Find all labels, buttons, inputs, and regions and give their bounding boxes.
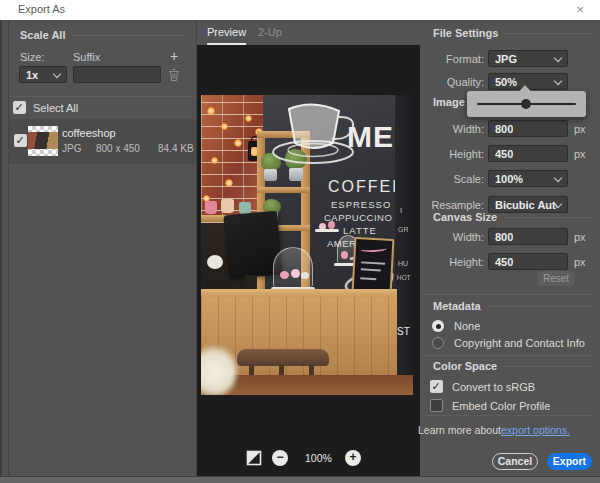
color-space-header: Color Space — [433, 360, 497, 372]
metadata-header: Metadata — [433, 300, 481, 312]
pos-stand — [245, 275, 257, 287]
size-value: 1x — [26, 69, 38, 81]
cake-stand-base — [315, 229, 339, 232]
chalk-item: ESPRESSO — [331, 199, 391, 210]
chevron-down-icon — [554, 174, 562, 182]
canvas-width-value: 800 — [495, 231, 513, 243]
right-separator — [421, 415, 592, 416]
canvas-width-label: Width: — [421, 231, 484, 243]
image-height-input[interactable]: 450 — [488, 145, 568, 162]
quality-value: 50% — [495, 76, 517, 88]
dialog-bottom-edge — [0, 476, 600, 483]
scale-value: 100% — [495, 173, 523, 185]
titlebar: Export As × — [0, 0, 600, 20]
glass-dome — [273, 247, 313, 287]
export-options-link[interactable]: export options. — [501, 424, 570, 436]
preview-image: ME COFFEE ESPRESSO CAPPUCCINO LATTE AMER… — [201, 95, 413, 395]
size-select[interactable]: 1x — [19, 66, 67, 83]
metadata-section-header: Metadata — [433, 300, 592, 312]
image-height-unit: px — [574, 148, 586, 160]
svg-text:HU: HU — [398, 260, 408, 267]
suffix-input[interactable] — [73, 66, 161, 83]
add-scale-icon[interactable]: + — [170, 48, 178, 64]
fit-screen-icon[interactable] — [246, 450, 262, 466]
macaron — [291, 269, 300, 278]
svg-text:HOT: HOT — [397, 274, 411, 281]
convert-srgb-checkbox[interactable] — [430, 380, 443, 393]
macaron — [301, 272, 309, 279]
chalk-big-text: ME — [347, 120, 394, 153]
chevron-down-icon — [53, 70, 61, 78]
size-label: Size: — [20, 51, 44, 63]
quality-slider-popup — [467, 91, 586, 117]
canvas-width-input[interactable]: 800 — [488, 228, 568, 245]
chalk-title: COFFEE — [328, 178, 405, 195]
scale-all-header: Scale All — [20, 29, 65, 41]
file-thumbnail — [28, 126, 58, 156]
format-label: Format: — [421, 53, 484, 65]
file-format: JPG — [62, 143, 81, 154]
format-select[interactable]: JPG — [488, 50, 568, 67]
image-width-value: 800 — [495, 123, 513, 135]
right-separator — [421, 355, 592, 356]
canvas-height-value: 450 — [495, 256, 513, 268]
format-value: JPG — [495, 53, 517, 65]
select-all-checkbox[interactable] — [13, 101, 26, 114]
scale-select[interactable]: 100% — [488, 170, 568, 187]
svg-text:GR: GR — [398, 226, 409, 233]
tab-preview[interactable]: Preview — [207, 26, 246, 45]
file-dimensions: 800 x 450 — [96, 143, 140, 154]
quality-label: Quality: — [421, 76, 484, 88]
metadata-copyright-label: Copyright and Contact Info — [454, 337, 585, 349]
tab-2up[interactable]: 2-Up — [258, 26, 282, 43]
mini-chalkboard-sign — [352, 237, 395, 295]
resample-value: Bicubic Auto... — [495, 199, 557, 211]
convert-srgb-label: Convert to sRGB — [452, 381, 535, 393]
trash-icon[interactable] — [168, 68, 180, 82]
scale-label: Scale: — [421, 173, 484, 185]
file-name: coffeeshop — [62, 127, 116, 139]
canvas-height-label: Height: — [421, 256, 484, 268]
dialog-title: Export As — [18, 3, 65, 15]
image-height-value: 450 — [495, 148, 513, 160]
zoom-level: 100% — [305, 452, 332, 464]
metadata-none-radio[interactable] — [432, 320, 444, 332]
metadata-copyright-radio[interactable] — [432, 337, 444, 349]
image-width-input[interactable]: 800 — [488, 120, 568, 137]
scale-all-section-header: Scale All — [20, 29, 188, 41]
color-space-section-header: Color Space — [433, 360, 592, 372]
suffix-label: Suffix — [73, 51, 100, 63]
chevron-down-icon — [554, 54, 562, 62]
macaron — [280, 271, 289, 279]
embed-profile-checkbox[interactable] — [430, 399, 443, 412]
file-settings-header: File Settings — [433, 27, 498, 39]
thumbnail-image — [28, 132, 58, 149]
right-separator — [421, 294, 592, 295]
close-icon[interactable]: × — [576, 2, 584, 17]
resample-label: Resample: — [421, 199, 484, 211]
quality-slider-thumb[interactable] — [521, 99, 531, 109]
image-height-label: Height: — [421, 148, 484, 160]
canvas-height-input[interactable]: 450 — [488, 253, 568, 270]
canvas-height-unit: px — [574, 256, 586, 268]
svg-text:I: I — [400, 206, 402, 215]
metadata-none-label: None — [454, 320, 480, 332]
cupcake — [341, 251, 348, 259]
zoom-out-button[interactable]: − — [272, 450, 288, 466]
file-size: 84.4 KB — [158, 143, 194, 154]
cancel-button[interactable]: Cancel — [492, 453, 538, 470]
embed-profile-label: Embed Color Profile — [452, 400, 550, 412]
cupcake — [328, 221, 335, 229]
chalk-item: CAPPUCCINO — [324, 212, 392, 223]
canvas-size-header: Canvas Size — [433, 211, 497, 223]
file-checkbox[interactable] — [14, 134, 27, 147]
reset-button[interactable]: Reset — [538, 271, 574, 286]
side-menu-letters: I GR HU HOT ST — [395, 95, 413, 377]
export-button[interactable]: Export — [547, 453, 592, 470]
left-panel-border — [8, 20, 9, 476]
learn-more-text: Learn more about — [418, 424, 501, 436]
zoom-in-button[interactable]: + — [345, 450, 361, 466]
image-width-unit: px — [574, 123, 586, 135]
left-separator — [9, 96, 196, 97]
svg-text:ST: ST — [397, 326, 410, 337]
